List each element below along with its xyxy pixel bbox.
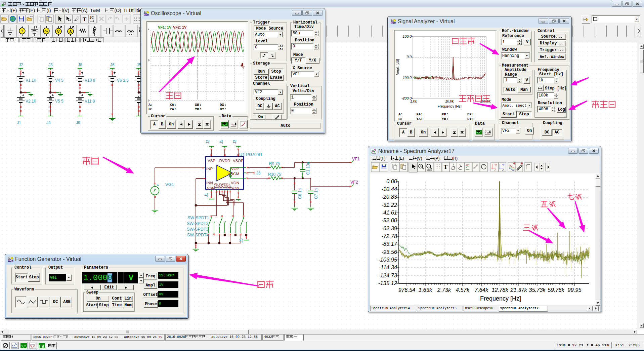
svg-text:J5: J5 (239, 238, 244, 243)
svg-text:V5 5: V5 5 (55, 99, 63, 104)
svg-text:V4 5: V4 5 (55, 78, 63, 83)
svg-text:VSP: VSP (208, 159, 215, 163)
svg-text:J2: J2 (19, 63, 23, 67)
svg-text:2.73k: 2.73k (437, 287, 451, 293)
svg-text:10.0k: 10.0k (445, 99, 454, 103)
svg-text:VSOP: VSOP (233, 159, 244, 163)
svg-text:-103.95: -103.95 (378, 257, 397, 263)
svg-text:99.95: 99.95 (567, 287, 582, 293)
svg-text:1.0k: 1.0k (410, 99, 417, 103)
svg-text:-135.12: -135.12 (378, 280, 397, 286)
svg-text:7.64k: 7.64k (475, 287, 488, 293)
svg-text:-62.39: -62.39 (381, 225, 397, 231)
svg-text:A: A (69, 30, 72, 34)
svg-text:-124.73: -124.73 (378, 272, 397, 278)
svg-text:-31.22: -31.22 (381, 202, 397, 208)
svg-text:V6 2.5: V6 2.5 (117, 78, 129, 83)
svg-text:VON: VON (231, 181, 239, 185)
svg-text:100.0k: 100.0k (480, 99, 491, 103)
svg-text:R10 75: R10 75 (268, 172, 281, 177)
svg-text:-114.34: -114.34 (379, 264, 397, 270)
svg-text:INN: INN (206, 181, 213, 185)
svg-text:SW-SPDT1: SW-SPDT1 (187, 216, 209, 220)
svg-text:V11 8: V11 8 (85, 99, 95, 104)
svg-text:J5: J5 (219, 140, 224, 144)
svg-text:C7 1n: C7 1n (314, 188, 318, 199)
svg-text:U1 PGA281: U1 PGA281 (239, 152, 262, 157)
svg-text:C6 1n: C6 1n (298, 188, 302, 199)
svg-text:J3: J3 (232, 140, 237, 144)
svg-text:VF2: VF2 (350, 180, 358, 185)
svg-text:J8: J8 (78, 63, 82, 67)
svg-text:VF1: 1V: VF1: 1V (158, 25, 172, 29)
svg-text:DVDD: DVDD (219, 159, 230, 163)
svg-text:J1: J1 (17, 120, 21, 125)
svg-text:59.76k: 59.76k (548, 287, 564, 293)
svg-text:4.57k: 4.57k (456, 287, 470, 293)
svg-text:Ampl. [dB]: Ampl. [dB] (395, 59, 399, 76)
svg-text:-52.00: -52.00 (381, 217, 397, 223)
svg-text:T: T (444, 164, 447, 170)
svg-text:J4: J4 (46, 120, 51, 125)
svg-text:R9 75: R9 75 (269, 161, 280, 166)
svg-text:VF2: 1V: VF2: 1V (173, 25, 187, 29)
svg-text:-93.56: -93.56 (381, 249, 397, 255)
svg-text:0.0: 0.0 (406, 55, 412, 59)
svg-text:a: a (495, 163, 497, 166)
svg-text:100.0: 100.0 (403, 34, 412, 38)
svg-text:J6: J6 (110, 63, 115, 67)
svg-text:J3: J3 (48, 63, 53, 67)
svg-text:1⁄2: 1⁄2 (89, 16, 94, 20)
svg-text:INP: INP (206, 167, 213, 171)
svg-text:C1 10n: C1 10n (306, 162, 310, 175)
svg-text:SW-SPDT2: SW-SPDT2 (187, 221, 208, 226)
svg-text:V1 10: V1 10 (26, 78, 36, 83)
svg-text:-41.61: -41.61 (381, 209, 397, 216)
svg-text:b: b (503, 163, 505, 166)
svg-text:35.73k: 35.73k (529, 287, 546, 293)
svg-text:Frequency [Hz]: Frequency [Hz] (480, 295, 521, 302)
svg-text:VOCM: VOCM (228, 172, 240, 176)
svg-text:21.37k: 21.37k (510, 287, 527, 293)
svg-text:976.54: 976.54 (398, 287, 415, 293)
svg-text:Frequency [Hz]: Frequency [Hz] (437, 104, 461, 108)
svg-text:-20.83: -20.83 (381, 194, 397, 200)
svg-text:100%: 100% (427, 169, 432, 171)
svg-text:EF: EF (227, 184, 231, 188)
svg-text:V10 8: V10 8 (85, 78, 95, 83)
svg-text:12.78k: 12.78k (491, 287, 508, 293)
svg-text:0.00: 0.00 (386, 178, 397, 184)
svg-text:J2: J2 (206, 140, 210, 144)
svg-text:SW-SPDT3: SW-SPDT3 (187, 227, 208, 232)
svg-text:V2 10: V2 10 (26, 99, 36, 104)
svg-text:SW-SPDT4: SW-SPDT4 (187, 233, 209, 237)
svg-text:T: T (83, 16, 87, 23)
svg-text:-83.17: -83.17 (381, 241, 397, 247)
svg-text:VG1: VG1 (165, 182, 174, 187)
svg-text:-72.78: -72.78 (381, 233, 397, 239)
svg-text:1.63k: 1.63k (419, 287, 432, 293)
svg-text:V: V (57, 30, 60, 34)
svg-text:-10.44: -10.44 (381, 186, 397, 192)
svg-text:J6: J6 (256, 171, 261, 176)
svg-text:J1: J1 (204, 193, 209, 197)
svg-text:-100.0: -100.0 (401, 76, 412, 80)
svg-text:J9: J9 (76, 120, 80, 125)
svg-text:VF1: VF1 (352, 157, 360, 161)
